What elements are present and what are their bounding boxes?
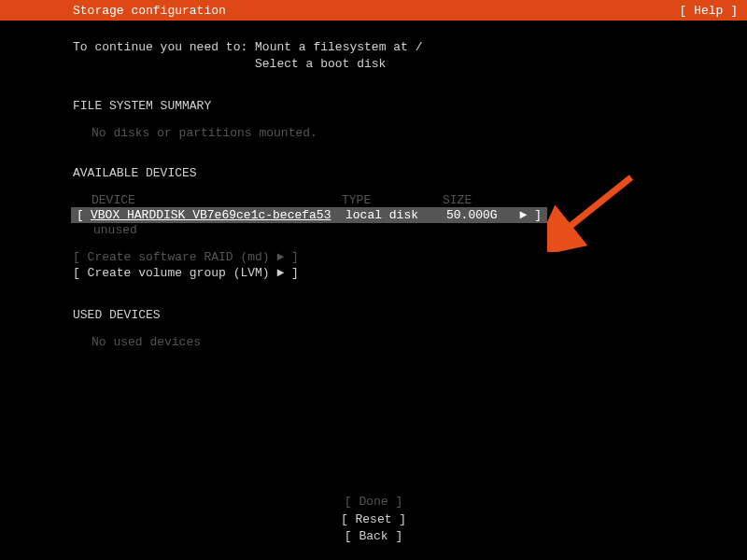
content-area: To continue you need to: Mount a filesys… [0, 21, 747, 349]
col-header-device: DEVICE [92, 193, 342, 207]
device-name: VBOX_HARDDISK_VB7e69ce1c-becefa53 [91, 208, 345, 222]
used-devices-section: USED DEVICES No used devices [73, 308, 674, 349]
instructions: To continue you need to: Mount a filesys… [73, 39, 674, 73]
used-devices-message: No used devices [73, 335, 674, 349]
back-button[interactable]: [ Back ] [0, 528, 747, 545]
col-header-size: SIZE [443, 193, 508, 207]
create-lvm-option[interactable]: [ Create volume group (LVM) ► ] [73, 266, 674, 282]
file-system-summary-section: FILE SYSTEM SUMMARY No disks or partitio… [73, 99, 674, 140]
file-system-summary-title: FILE SYSTEM SUMMARY [73, 99, 674, 113]
row-open-bracket: [ [77, 208, 91, 222]
device-row[interactable]: [ VBOX_HARDDISK_VB7e69ce1c-becefa53 loca… [71, 207, 547, 223]
devices-table-header: DEVICE TYPE SIZE [73, 193, 674, 207]
instruction-line-1: To continue you need to: Mount a filesys… [73, 39, 674, 56]
file-system-summary-message: No disks or partitions mounted. [73, 126, 674, 140]
instruction-line-2: Select a boot disk [73, 56, 674, 73]
available-devices-section: AVAILABLE DEVICES DEVICE TYPE SIZE [ VBO… [73, 166, 674, 282]
unused-label: unused [73, 223, 674, 237]
done-button[interactable]: [ Done ] [0, 494, 747, 511]
used-devices-title: USED DEVICES [73, 308, 674, 322]
create-raid-option[interactable]: [ Create software RAID (md) ► ] [73, 250, 674, 266]
page-title: Storage configuration [73, 4, 226, 18]
available-devices-title: AVAILABLE DEVICES [73, 166, 674, 180]
device-type: local disk [345, 208, 446, 222]
header-bar: Storage configuration [ Help ] [0, 0, 747, 21]
reset-button[interactable]: [ Reset ] [0, 511, 747, 528]
device-size: 50.000G [446, 208, 507, 222]
bottom-buttons: [ Done ] [ Reset ] [ Back ] [0, 494, 747, 545]
menu-options: [ Create software RAID (md) ► ] [ Create… [73, 250, 674, 282]
help-button[interactable]: [ Help ] [680, 4, 738, 18]
col-header-type: TYPE [342, 193, 443, 207]
device-marker: ► ] [507, 208, 542, 222]
